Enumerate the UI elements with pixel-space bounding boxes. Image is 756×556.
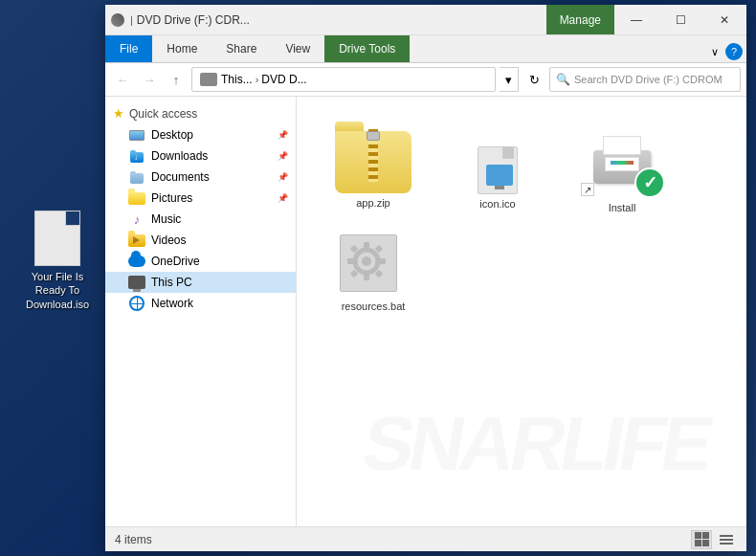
nav-pane: ★ Quick access Desktop 📌 — [105, 97, 297, 526]
file-item-install[interactable]: ✓ ↗ Install — [565, 116, 679, 219]
file-item-resourcesbat[interactable]: resources.bat — [316, 229, 431, 318]
music-nav-label: Music — [151, 212, 288, 226]
ribbon-help-button[interactable]: ? — [725, 43, 743, 60]
music-nav-icon: ♪ — [128, 212, 145, 226]
this-pc-nav-label: This PC — [151, 276, 288, 289]
sidebar-item-desktop[interactable]: Desktop 📌 — [105, 124, 296, 145]
desktop-nav-label: Desktop — [151, 128, 274, 142]
up-button[interactable]: ↑ — [165, 68, 188, 91]
path-part-2: DVD D... — [261, 73, 306, 86]
address-path[interactable]: This... › DVD D... — [191, 67, 496, 92]
pictures-nav-label: Pictures — [151, 191, 274, 205]
file-item-iconico[interactable]: icon.ico — [440, 135, 555, 219]
svg-point-1 — [362, 256, 371, 266]
minimize-button[interactable]: — — [614, 5, 658, 34]
search-icon: 🔍 — [556, 73, 570, 86]
file-grid: app.zip icon.ico — [306, 106, 737, 327]
file-label-iconico: icon.ico — [479, 198, 515, 210]
quick-access-header[interactable]: ★ Quick access — [105, 102, 296, 124]
path-computer-icon — [200, 73, 217, 86]
search-box[interactable]: 🔍 Search DVD Drive (F:) CDROM — [549, 67, 741, 92]
sidebar-item-videos[interactable]: Videos — [105, 230, 296, 251]
onedrive-nav-icon — [128, 255, 145, 268]
zip-folder-icon — [335, 122, 411, 193]
back-button[interactable]: ← — [111, 68, 134, 91]
title-bar-text: | — [130, 14, 133, 26]
tab-view[interactable]: View — [271, 35, 324, 62]
ico-file-icon — [475, 141, 521, 194]
sidebar-item-pictures[interactable]: Pictures 📌 — [105, 188, 296, 209]
downloads-nav-icon: ↓ — [128, 149, 145, 163]
this-pc-nav-icon — [128, 276, 145, 289]
file-item-appzip[interactable]: app.zip — [316, 116, 431, 219]
pictures-nav-icon — [128, 191, 145, 205]
pictures-pin-icon: 📌 — [278, 193, 288, 203]
manage-tab[interactable]: Manage — [546, 5, 614, 34]
watermark: SNARLIFE — [356, 400, 716, 488]
forward-button[interactable]: → — [138, 68, 161, 91]
downloads-nav-label: Downloads — [151, 149, 274, 163]
svg-rect-4 — [347, 258, 354, 264]
file-view: SNARLIFE app.zip — [297, 97, 746, 526]
tab-share[interactable]: Share — [211, 35, 271, 62]
item-count: 4 items — [115, 533, 152, 546]
sidebar-item-downloads[interactable]: ↓ Downloads 📌 — [105, 145, 296, 167]
sidebar-item-documents[interactable]: Documents 📌 — [105, 167, 296, 188]
maximize-button[interactable]: ☐ — [658, 5, 702, 34]
documents-nav-icon — [128, 170, 145, 184]
videos-nav-icon — [128, 234, 145, 247]
documents-nav-label: Documents — [151, 170, 274, 184]
sidebar-item-music[interactable]: ♪ Music — [105, 209, 296, 230]
ribbon-collapse-button[interactable]: ∨ — [704, 41, 725, 62]
tab-drive-tools[interactable]: Drive Tools — [324, 35, 410, 62]
documents-pin-icon: 📌 — [278, 172, 288, 182]
install-icon-container: ✓ ↗ — [579, 122, 665, 198]
sidebar-item-onedrive[interactable]: OneDrive — [105, 251, 296, 272]
tab-home[interactable]: Home — [152, 35, 211, 62]
ribbon-tabs: File Home Share View Drive Tools ∨ ? — [105, 35, 746, 62]
file-label-resourcesbat: resources.bat — [342, 300, 406, 312]
quick-access-label: Quick access — [129, 107, 197, 121]
grid-view-button[interactable] — [691, 530, 712, 549]
path-part-1: This... — [221, 73, 253, 86]
window-controls: — ☐ ✕ — [614, 5, 746, 34]
status-bar: 4 items — [105, 526, 746, 551]
desktop-pin-icon: 📌 — [278, 130, 288, 140]
title-bar-dvd-icon — [111, 13, 124, 27]
file-label-install: Install — [609, 202, 636, 213]
checkmark-badge: ✓ — [634, 167, 665, 198]
search-placeholder-text: Search DVD Drive (F:) CDROM — [574, 74, 723, 85]
file-label-appzip: app.zip — [356, 197, 389, 209]
refresh-button[interactable]: ↻ — [523, 68, 545, 91]
sidebar-item-this-pc[interactable]: This PC — [105, 272, 296, 293]
ribbon: File Home Share View Drive Tools ∨ ? — [105, 35, 746, 63]
downloads-pin-icon: 📌 — [278, 151, 288, 161]
title-bar: | DVD Drive (F:) CDR... Manage — ☐ ✕ — [105, 5, 746, 35]
bat-file-icon — [340, 234, 407, 297]
explorer-window: | DVD Drive (F:) CDR... Manage — ☐ ✕ Fil… — [105, 5, 746, 551]
desktop-icon[interactable]: Your File Is Ready To Download.iso — [19, 211, 96, 311]
iso-file-icon — [34, 211, 80, 266]
address-bar: ← → ↑ This... › DVD D... ▾ ↻ 🔍 Search DV… — [105, 63, 746, 97]
star-icon: ★ — [113, 106, 124, 121]
main-content: ★ Quick access Desktop 📌 — [105, 97, 746, 526]
shortcut-arrow-icon: ↗ — [581, 183, 594, 196]
network-nav-icon — [128, 297, 145, 310]
view-toggle-buttons — [691, 530, 737, 549]
onedrive-nav-label: OneDrive — [151, 255, 288, 268]
path-separator: › — [256, 74, 259, 85]
tab-file[interactable]: File — [105, 35, 152, 62]
network-nav-label: Network — [151, 297, 288, 310]
svg-rect-2 — [364, 242, 369, 249]
svg-rect-5 — [379, 258, 386, 264]
svg-rect-3 — [364, 274, 369, 280]
close-button[interactable]: ✕ — [702, 5, 746, 34]
ribbon-right: ∨ ? — [704, 41, 746, 62]
list-view-button[interactable] — [716, 530, 737, 549]
window-title: DVD Drive (F:) CDR... — [137, 13, 546, 27]
gear-svg-icon — [343, 237, 390, 285]
desktop: Your File Is Ready To Download.iso | DVD… — [0, 0, 756, 556]
path-dropdown-button[interactable]: ▾ — [500, 67, 519, 92]
sidebar-item-network[interactable]: Network — [105, 293, 296, 314]
videos-nav-label: Videos — [151, 234, 288, 247]
